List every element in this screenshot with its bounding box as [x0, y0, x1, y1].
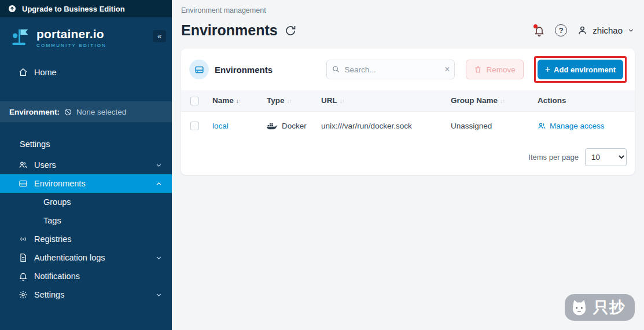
radio-icon	[19, 234, 28, 244]
app-root: Upgrade to Business Edition portainer.io…	[0, 0, 644, 330]
card-footer: Items per page 10	[181, 141, 635, 175]
sidebar-item-environments[interactable]: Environments	[0, 174, 172, 193]
column-header-type[interactable]: Type↓↑	[262, 90, 317, 111]
chevron-down-icon	[155, 162, 163, 169]
card-title: Environments	[215, 65, 273, 75]
slash-circle-icon	[64, 108, 72, 116]
card-icon-circle	[189, 60, 209, 79]
main-content: Environment management Environments ? zh…	[172, 0, 644, 330]
sidebar-item-label: Registries	[34, 234, 163, 244]
chevron-down-icon	[627, 27, 635, 34]
docker-icon	[267, 122, 278, 130]
remove-button-label: Remove	[486, 65, 515, 74]
environment-group: Unassigned	[451, 122, 492, 130]
card-header: Environments × Remove + Add environment	[181, 49, 635, 90]
sidebar-item-label: Environments	[34, 179, 149, 188]
upgrade-banner-label: Upgrade to Business Edition	[22, 5, 125, 13]
add-environment-label: Add environment	[554, 65, 616, 74]
clear-search-icon[interactable]: ×	[444, 64, 450, 75]
watermark-text: 只抄	[593, 297, 625, 318]
home-icon	[19, 68, 28, 77]
environment-status-value: None selected	[76, 108, 126, 116]
bell-icon	[19, 272, 28, 281]
annotation-highlight-box: + Add environment	[534, 56, 627, 83]
sidebar-nav: Home Environment: None selected Settings…	[0, 63, 172, 304]
sidebar-item-label: Authentication logs	[34, 253, 149, 262]
notifications-button[interactable]	[533, 25, 545, 36]
sidebar-item-authentication-logs[interactable]: Authentication logs	[0, 248, 172, 267]
page-header: Environments ? zhichao	[181, 22, 635, 39]
column-header-actions: Actions	[533, 90, 635, 111]
notification-badge	[533, 24, 538, 28]
users-icon	[19, 160, 28, 170]
sidebar-item-label: Home	[34, 68, 163, 77]
header-actions: ? zhichao	[533, 24, 635, 36]
sidebar-item-users[interactable]: Users	[0, 156, 172, 174]
column-header-url[interactable]: URL↓↑	[317, 90, 446, 111]
search-box: ×	[326, 60, 455, 79]
items-per-page-select[interactable]: 10	[585, 148, 627, 166]
search-icon	[332, 65, 340, 74]
logo-row: portainer.io COMMUNITY EDITION	[0, 17, 172, 53]
sort-icon: ↓↑	[236, 98, 241, 104]
sidebar-item-groups[interactable]: Groups	[0, 193, 172, 211]
hard-drive-icon	[194, 65, 204, 75]
sidebar-item-registries[interactable]: Registries	[0, 230, 172, 248]
gear-icon	[19, 290, 28, 299]
sidebar: Upgrade to Business Edition portainer.io…	[0, 0, 172, 330]
chevron-down-icon	[155, 291, 163, 299]
trash-icon	[474, 65, 482, 74]
environment-name-link[interactable]: local	[212, 122, 229, 130]
sidebar-collapse-button[interactable]: «	[153, 30, 166, 42]
sidebar-item-notifications[interactable]: Notifications	[0, 267, 172, 285]
environment-status-bar: Environment: None selected	[0, 101, 172, 122]
environment-url: unix:///var/run/docker.sock	[321, 122, 412, 130]
upgrade-banner[interactable]: Upgrade to Business Edition	[0, 0, 172, 17]
plus-icon: +	[545, 65, 550, 74]
environments-card: Environments × Remove + Add environment	[181, 49, 635, 175]
cat-logo-icon	[568, 296, 590, 318]
refresh-icon	[285, 25, 296, 36]
logo-title: portainer.io	[36, 27, 106, 41]
help-button[interactable]: ?	[555, 24, 567, 36]
portainer-logo-icon	[9, 27, 31, 48]
table-row: local Docker unix:///var/run/docker.sock…	[181, 111, 635, 141]
select-all-checkbox[interactable]	[190, 97, 199, 105]
hard-drive-icon	[19, 179, 28, 188]
environment-status-label: Environment:	[9, 108, 60, 116]
sidebar-item-label: Tags	[43, 216, 61, 225]
sidebar-item-home[interactable]: Home	[0, 63, 172, 82]
sidebar-item-settings[interactable]: Settings	[0, 285, 172, 304]
sort-icon: ↓↑	[287, 98, 292, 104]
items-per-page-label: Items per page	[528, 153, 579, 162]
column-header-group-name[interactable]: Group Name↓↑	[446, 90, 533, 111]
users-icon	[538, 122, 546, 130]
page-title: Environments	[181, 22, 278, 39]
add-environment-button[interactable]: + Add environment	[538, 60, 623, 79]
sidebar-item-tags[interactable]: Tags	[0, 211, 172, 230]
user-menu[interactable]: zhichao	[577, 25, 635, 36]
user-icon	[577, 25, 588, 36]
sidebar-item-label: Notifications	[34, 272, 163, 281]
remove-button[interactable]: Remove	[466, 60, 523, 79]
watermark: 只抄	[565, 294, 635, 321]
refresh-button[interactable]	[285, 25, 296, 36]
column-header-name[interactable]: Name↓↑	[208, 90, 262, 111]
table-header-row: Name↓↑ Type↓↑ URL↓↑ Group Name↓↑ Actions	[181, 90, 635, 111]
breadcrumb: Environment management	[181, 0, 635, 14]
file-text-icon	[19, 253, 28, 262]
chevron-up-icon	[155, 180, 163, 188]
sidebar-item-label: Users	[34, 160, 149, 170]
search-input[interactable]	[326, 60, 455, 79]
chevron-down-icon	[155, 254, 163, 262]
environments-table: Name↓↑ Type↓↑ URL↓↑ Group Name↓↑ Actions	[181, 90, 635, 141]
row-checkbox[interactable]	[190, 122, 199, 130]
manage-access-link[interactable]: Manage access	[538, 112, 630, 141]
sidebar-section-settings: Settings	[0, 140, 172, 149]
sort-icon: ↓↑	[500, 98, 505, 104]
sidebar-item-label: Settings	[34, 290, 149, 299]
arrow-up-circle-icon	[8, 4, 17, 13]
username: zhichao	[593, 25, 623, 35]
environment-type: Docker	[282, 122, 307, 130]
sidebar-item-label: Groups	[43, 197, 71, 207]
